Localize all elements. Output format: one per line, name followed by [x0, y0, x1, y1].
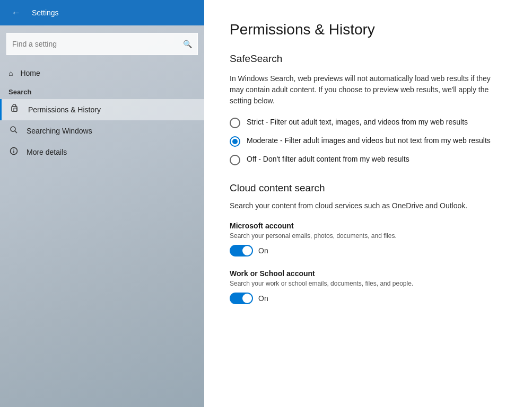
home-label: Home	[20, 69, 40, 77]
search-input[interactable]	[12, 40, 179, 48]
titlebar-title: Settings	[32, 8, 59, 17]
microsoft-account-name: Microsoft account	[230, 222, 507, 230]
sidebar: ← Settings 🔍 ⌂ Home Search Permissions &…	[0, 0, 204, 407]
work-account-name: Work or School account	[230, 269, 507, 278]
radio-strict[interactable]: Strict - Filter out adult text, images, …	[230, 117, 507, 128]
radio-moderate[interactable]: Moderate - Filter adult images and video…	[230, 136, 507, 147]
cloud-description: Search your content from cloud services …	[230, 201, 507, 210]
home-icon: ⌂	[8, 69, 13, 77]
microsoft-account-desc: Search your personal emails, photos, doc…	[230, 232, 507, 240]
microsoft-account-toggle-knob	[242, 246, 252, 255]
sidebar-label-details: More details	[27, 148, 67, 156]
work-account-section: Work or School account Search your work …	[230, 269, 507, 304]
work-account-toggle-label: On	[258, 294, 268, 303]
work-account-toggle-knob	[242, 294, 252, 303]
search-icon-button[interactable]: 🔍	[183, 40, 192, 48]
safesearch-description: In Windows Search, web previews will not…	[230, 73, 507, 107]
svg-rect-1	[14, 108, 17, 111]
cloud-title: Cloud content search	[230, 182, 507, 194]
radio-strict-label: Strict - Filter out adult text, images, …	[247, 117, 468, 128]
details-icon	[8, 147, 19, 157]
sidebar-item-home[interactable]: ⌂ Home	[0, 63, 204, 84]
back-button[interactable]: ←	[8, 5, 23, 20]
cloud-content-section: Cloud content search Search your content…	[230, 182, 507, 304]
nav-section-label: Search	[0, 84, 204, 99]
work-account-toggle[interactable]	[230, 293, 253, 304]
titlebar: ← Settings	[0, 0, 204, 25]
radio-moderate-label: Moderate - Filter adult images and video…	[247, 136, 491, 146]
sidebar-item-permissions[interactable]: Permissions & History	[0, 99, 204, 120]
svg-line-3	[15, 131, 18, 134]
radio-moderate-button[interactable]	[230, 136, 240, 147]
safesearch-title: SafeSearch	[230, 53, 507, 65]
svg-rect-0	[12, 107, 17, 111]
radio-off[interactable]: Off - Don't filter adult content from my…	[230, 154, 507, 165]
safesearch-options: Strict - Filter out adult text, images, …	[230, 117, 507, 165]
microsoft-account-toggle[interactable]	[230, 245, 253, 256]
radio-off-button[interactable]	[230, 155, 240, 165]
microsoft-account-section: Microsoft account Search your personal e…	[230, 222, 507, 256]
search-box[interactable]: 🔍	[6, 33, 198, 55]
work-account-toggle-row: On	[230, 293, 507, 304]
sidebar-label-searching: Searching Windows	[27, 127, 92, 135]
sidebar-label-permissions: Permissions & History	[28, 105, 101, 114]
sidebar-item-details[interactable]: More details	[0, 141, 204, 163]
page-title: Permissions & History	[230, 21, 507, 38]
microsoft-account-toggle-label: On	[258, 246, 268, 255]
search-container: 🔍	[0, 25, 204, 63]
radio-off-label: Off - Don't filter adult content from my…	[247, 154, 409, 165]
microsoft-account-toggle-row: On	[230, 245, 507, 256]
back-icon: ←	[11, 7, 21, 19]
sidebar-item-searching[interactable]: Searching Windows	[0, 120, 204, 141]
searching-icon	[8, 126, 19, 136]
main-content: Permissions & History SafeSearch In Wind…	[204, 0, 532, 407]
radio-moderate-inner	[232, 139, 238, 144]
permissions-icon	[10, 104, 21, 115]
svg-point-6	[13, 149, 14, 150]
search-icon: 🔍	[183, 40, 192, 48]
work-account-desc: Search your work or school emails, docum…	[230, 280, 507, 287]
radio-strict-button[interactable]	[230, 118, 240, 128]
